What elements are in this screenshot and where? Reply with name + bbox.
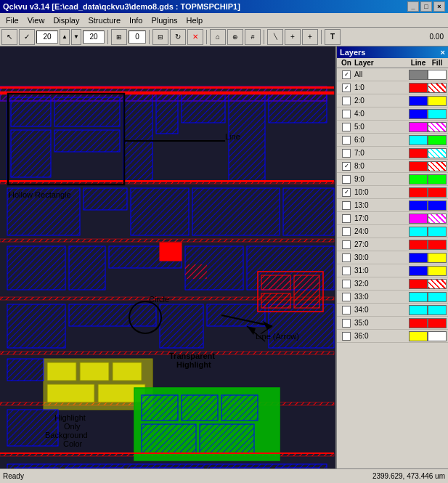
layer-fill-swatch-12[interactable]	[428, 227, 447, 237]
layer-fill-swatch-19[interactable]	[428, 318, 447, 328]
zoom-input-1[interactable]	[36, 31, 58, 44]
layer-row-30-0[interactable]: 30:0	[337, 251, 448, 264]
layer-line-swatch-8[interactable]	[409, 174, 428, 184]
layer-row-31-0[interactable]: 31:0	[337, 264, 448, 277]
arrow-tool-button[interactable]: ↖	[1, 29, 17, 45]
layer-line-swatch-11[interactable]	[409, 214, 428, 224]
layer-fill-swatch-11[interactable]	[428, 214, 447, 224]
layer-row-36-0[interactable]: 36:0	[337, 330, 448, 343]
layers-btn[interactable]: ⊟	[152, 29, 168, 45]
layer-row-34-0[interactable]: 34:0	[337, 304, 448, 317]
layer-row-8-0[interactable]: 8:0	[337, 160, 448, 173]
layer-line-swatch-3[interactable]	[409, 109, 428, 119]
layer-row-17-0[interactable]: 17:0	[337, 212, 448, 225]
menu-display[interactable]: Display	[49, 15, 84, 26]
layer-line-swatch-6[interactable]	[409, 148, 428, 158]
layer-row-7-0[interactable]: 7:0	[337, 147, 448, 160]
layer-checkbox-19[interactable]	[342, 319, 351, 328]
layer-row-All[interactable]: All	[337, 68, 448, 81]
zoom-spin-up[interactable]: ▲	[60, 29, 70, 45]
refresh-btn[interactable]: ↻	[170, 29, 186, 45]
layer-fill-swatch-9[interactable]	[428, 187, 447, 198]
layer-line-swatch-10[interactable]	[409, 200, 428, 211]
layer-checkbox-9[interactable]	[342, 188, 351, 197]
layer-checkbox-10[interactable]	[342, 201, 351, 210]
layer-row-1-0[interactable]: 1:0	[337, 81, 448, 94]
layer-line-swatch-20[interactable]	[409, 331, 428, 341]
layer-line-swatch-14[interactable]	[409, 253, 428, 263]
layer-row-24-0[interactable]: 24:0	[337, 225, 448, 238]
zoom-spin-down[interactable]: ▼	[71, 29, 81, 45]
menu-help[interactable]: Help	[182, 15, 208, 26]
layer-checkbox-11[interactable]	[342, 214, 351, 223]
layer-row-2-0[interactable]: 2:0	[337, 94, 448, 107]
close-button[interactable]: ×	[433, 1, 445, 12]
layer-checkbox-20[interactable]	[342, 332, 351, 341]
layer-line-swatch-7[interactable]	[409, 161, 428, 171]
line-btn[interactable]: ╲	[267, 29, 283, 45]
text-btn[interactable]: T	[325, 29, 341, 45]
layer-line-swatch-9[interactable]	[409, 187, 428, 198]
layer-fill-swatch-7[interactable]	[428, 161, 447, 171]
layer-row-5-0[interactable]: 5:0	[337, 121, 448, 134]
layer-checkbox-2[interactable]	[342, 97, 351, 105]
layer-row-27-0[interactable]: 27:0	[337, 238, 448, 251]
zoom-input-2[interactable]	[83, 31, 105, 44]
layer-fill-swatch-4[interactable]	[428, 122, 447, 132]
maximize-button[interactable]: □	[420, 1, 432, 12]
layer-fill-swatch-16[interactable]	[428, 279, 447, 289]
tool-btn-2[interactable]: ✓	[19, 29, 35, 45]
layer-fill-swatch-14[interactable]	[428, 253, 447, 263]
snap-btn[interactable]: ⊕	[227, 29, 243, 45]
layer-fill-swatch-8[interactable]	[428, 174, 447, 184]
layer-line-swatch-5[interactable]	[409, 135, 428, 145]
layer-line-swatch-13[interactable]	[409, 240, 428, 250]
layer-line-swatch-0[interactable]	[409, 70, 428, 80]
layer-fill-swatch-1[interactable]	[428, 83, 447, 93]
plus-btn2[interactable]: +	[302, 29, 318, 45]
plus-btn[interactable]: +	[285, 29, 301, 45]
layers-icon-btn[interactable]: ⊞	[111, 29, 127, 45]
layer-line-swatch-19[interactable]	[409, 318, 428, 328]
layer-fill-swatch-18[interactable]	[428, 305, 447, 315]
layer-checkbox-7[interactable]	[342, 162, 351, 171]
layer-row-10-0[interactable]: 10:0	[337, 186, 448, 199]
layer-row-13-0[interactable]: 13:0	[337, 199, 448, 212]
layer-row-32-0[interactable]: 32:0	[337, 277, 448, 291]
layer-line-swatch-18[interactable]	[409, 305, 428, 315]
layer-line-swatch-15[interactable]	[409, 266, 428, 276]
chip-canvas-area[interactable]: Line Hollow Rectangle Circle Line (Arrow…	[0, 46, 335, 468]
layer-line-swatch-2[interactable]	[409, 96, 428, 106]
layer-fill-swatch-15[interactable]	[428, 266, 447, 276]
layer-fill-swatch-20[interactable]	[428, 331, 447, 341]
layer-line-swatch-16[interactable]	[409, 279, 428, 289]
layer-fill-swatch-5[interactable]	[428, 135, 447, 145]
layer-checkbox-12[interactable]	[342, 227, 351, 236]
layer-checkbox-17[interactable]	[342, 293, 351, 301]
layer-checkbox-14[interactable]	[342, 253, 351, 262]
layer-checkbox-13[interactable]	[342, 240, 351, 249]
coord-input[interactable]	[129, 31, 146, 44]
minimize-button[interactable]: _	[407, 1, 419, 12]
menu-file[interactable]: File	[1, 15, 23, 26]
layer-fill-swatch-13[interactable]	[428, 240, 447, 250]
layer-row-9-0[interactable]: 9:0	[337, 173, 448, 186]
layer-fill-swatch-10[interactable]	[428, 200, 447, 211]
layer-fill-swatch-2[interactable]	[428, 96, 447, 106]
menu-view[interactable]: View	[23, 15, 49, 26]
layer-line-swatch-1[interactable]	[409, 83, 428, 93]
layer-row-35-0[interactable]: 35:0	[337, 317, 448, 330]
stop-btn[interactable]: ✕	[187, 29, 203, 45]
layer-checkbox-15[interactable]	[342, 267, 351, 275]
layer-row-33-0[interactable]: 33:0	[337, 291, 448, 304]
layer-fill-swatch-0[interactable]	[428, 70, 447, 80]
layer-line-swatch-17[interactable]	[409, 292, 428, 302]
layer-checkbox-0[interactable]	[342, 70, 351, 79]
layer-row-4-0[interactable]: 4:0	[337, 107, 448, 121]
layer-fill-swatch-3[interactable]	[428, 109, 447, 119]
layer-fill-swatch-6[interactable]	[428, 148, 447, 158]
layer-fill-swatch-17[interactable]	[428, 292, 447, 302]
home-btn[interactable]: ⌂	[210, 29, 226, 45]
menu-plugins[interactable]: Plugins	[147, 15, 182, 26]
layer-checkbox-8[interactable]	[342, 175, 351, 184]
